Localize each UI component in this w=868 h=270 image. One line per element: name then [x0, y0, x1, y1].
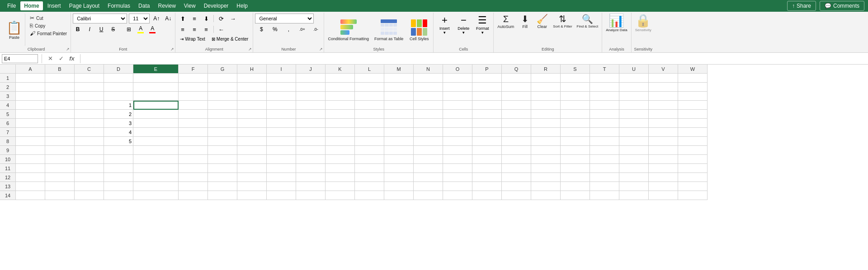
cell-O12[interactable]	[443, 173, 472, 182]
align-center-button[interactable]: ≡	[189, 24, 200, 34]
cell-F1[interactable]	[179, 74, 208, 83]
cell-V3[interactable]	[649, 92, 678, 101]
select-all-button[interactable]	[0, 65, 16, 74]
menu-data[interactable]: Data	[135, 1, 153, 10]
cell-Q7[interactable]	[502, 128, 531, 137]
cell-I8[interactable]	[267, 137, 296, 146]
cell-N5[interactable]	[414, 110, 443, 119]
row-header-13[interactable]: 13	[0, 182, 16, 191]
cell-M13[interactable]	[384, 182, 414, 191]
cell-W14[interactable]	[678, 191, 708, 200]
cell-P1[interactable]	[472, 74, 502, 83]
cell-A4[interactable]	[16, 101, 45, 110]
cell-B14[interactable]	[45, 191, 75, 200]
cell-D11[interactable]	[104, 164, 133, 173]
col-header-F[interactable]: F	[179, 65, 208, 74]
cell-S9[interactable]	[561, 146, 590, 155]
analyze-data-button[interactable]: 📊 Analyze Data	[604, 14, 629, 33]
cell-L1[interactable]	[355, 74, 384, 83]
cell-S6[interactable]	[561, 119, 590, 128]
cell-T11[interactable]	[590, 164, 619, 173]
cell-D3[interactable]	[104, 92, 133, 101]
cell-J4[interactable]	[296, 101, 326, 110]
cell-M7[interactable]	[384, 128, 414, 137]
align-left-button[interactable]: ≡	[177, 24, 188, 34]
row-header-14[interactable]: 14	[0, 191, 16, 200]
cell-P8[interactable]	[472, 137, 502, 146]
cell-O3[interactable]	[443, 92, 472, 101]
cell-J7[interactable]	[296, 128, 326, 137]
row-header-11[interactable]: 11	[0, 164, 16, 173]
col-header-L[interactable]: L	[355, 65, 384, 74]
cell-B11[interactable]	[45, 164, 75, 173]
menu-page-layout[interactable]: Page Layout	[66, 1, 103, 10]
cell-U7[interactable]	[619, 128, 649, 137]
cancel-formula-button[interactable]: ✕	[46, 54, 55, 63]
cell-H9[interactable]	[237, 146, 267, 155]
cell-R13[interactable]	[531, 182, 561, 191]
cell-H6[interactable]	[237, 119, 267, 128]
col-header-U[interactable]: U	[619, 65, 649, 74]
col-header-B[interactable]: B	[45, 65, 75, 74]
cell-D9[interactable]	[104, 146, 133, 155]
cell-V6[interactable]	[649, 119, 678, 128]
cell-C11[interactable]	[75, 164, 104, 173]
cell-A11[interactable]	[16, 164, 45, 173]
cell-S12[interactable]	[561, 173, 590, 182]
cell-P13[interactable]	[472, 182, 502, 191]
cell-R5[interactable]	[531, 110, 561, 119]
cell-T6[interactable]	[590, 119, 619, 128]
cell-M3[interactable]	[384, 92, 414, 101]
cell-P7[interactable]	[472, 128, 502, 137]
cell-D2[interactable]	[104, 83, 133, 92]
cell-C14[interactable]	[75, 191, 104, 200]
cell-E2[interactable]	[133, 83, 179, 92]
cell-F10[interactable]	[179, 155, 208, 164]
cell-N13[interactable]	[414, 182, 443, 191]
cell-A13[interactable]	[16, 182, 45, 191]
cell-O14[interactable]	[443, 191, 472, 200]
cell-R10[interactable]	[531, 155, 561, 164]
cell-W8[interactable]	[678, 137, 708, 146]
cell-I3[interactable]	[267, 92, 296, 101]
cell-G5[interactable]	[208, 110, 237, 119]
cell-W7[interactable]	[678, 128, 708, 137]
cell-L9[interactable]	[355, 146, 384, 155]
cell-M10[interactable]	[384, 155, 414, 164]
comma-button[interactable]: ,	[282, 24, 295, 34]
merge-center-button[interactable]: ⊠ Merge & Center	[209, 35, 251, 43]
decrease-decimal-button[interactable]: .0-	[309, 24, 322, 34]
cell-V7[interactable]	[649, 128, 678, 137]
align-bottom-button[interactable]: ⬇	[201, 14, 212, 23]
cell-U11[interactable]	[619, 164, 649, 173]
cell-K14[interactable]	[326, 191, 355, 200]
cell-C8[interactable]	[75, 137, 104, 146]
cell-L6[interactable]	[355, 119, 384, 128]
cell-S4[interactable]	[561, 101, 590, 110]
orientation-button[interactable]: ⟳	[216, 14, 226, 23]
cell-E5[interactable]	[133, 110, 179, 119]
cell-K8[interactable]	[326, 137, 355, 146]
cell-K1[interactable]	[326, 74, 355, 83]
sensitivity-button[interactable]: 🔒 Sensitivity	[633, 14, 653, 33]
cell-Q13[interactable]	[502, 182, 531, 191]
cell-A2[interactable]	[16, 83, 45, 92]
autosum-button[interactable]: Σ AutoSum	[495, 14, 516, 30]
cell-N8[interactable]	[414, 137, 443, 146]
cell-S1[interactable]	[561, 74, 590, 83]
cell-W1[interactable]	[678, 74, 708, 83]
paste-button[interactable]: 📋 Paste	[4, 14, 25, 46]
cell-G12[interactable]	[208, 173, 237, 182]
cell-E14[interactable]	[133, 191, 179, 200]
col-header-P[interactable]: P	[472, 65, 502, 74]
italic-button[interactable]: I	[85, 24, 94, 34]
cell-O6[interactable]	[443, 119, 472, 128]
cell-J2[interactable]	[296, 83, 326, 92]
cell-B4[interactable]	[45, 101, 75, 110]
cell-C12[interactable]	[75, 173, 104, 182]
cell-W10[interactable]	[678, 155, 708, 164]
cell-W11[interactable]	[678, 164, 708, 173]
cell-A5[interactable]	[16, 110, 45, 119]
cell-Q8[interactable]	[502, 137, 531, 146]
cell-F5[interactable]	[179, 110, 208, 119]
